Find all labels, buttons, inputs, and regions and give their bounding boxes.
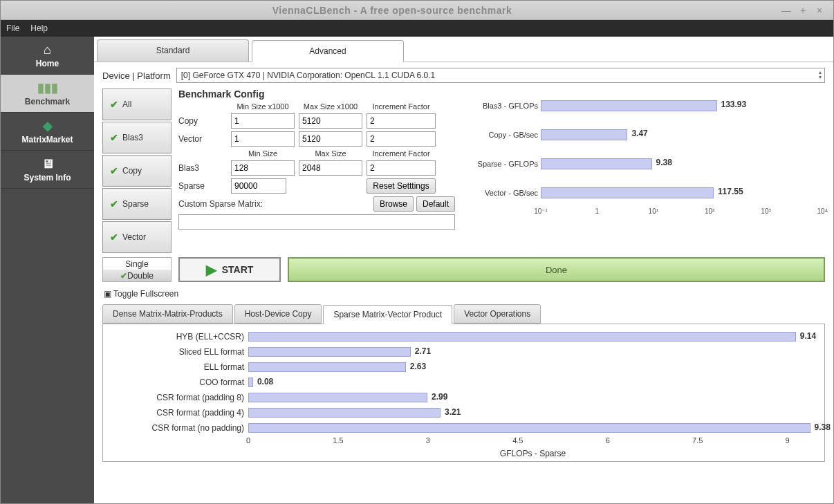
sidebar-label-matrixmarket: MatrixMarket [21,135,73,144]
minimize-button[interactable]: — [778,5,795,16]
precision-toggle: Single Double [102,257,172,282]
menubar: File Help [1,20,833,37]
default-button[interactable]: Default [416,196,455,212]
menu-help[interactable]: Help [30,24,48,33]
copy-max-input[interactable] [299,113,362,129]
sparse-bar-label: COO format [110,377,248,387]
device-select[interactable]: [0] GeForce GTX 470 | NVIDIA Corporation… [176,68,825,83]
sidebar-item-home[interactable]: ⌂ Home [1,37,94,75]
maximize-button[interactable]: + [795,5,811,16]
sidebar-item-matrixmarket[interactable]: ◆ MatrixMarket [1,113,94,151]
summary-bar-value: 3.47 [631,129,647,138]
summary-bar-value: 9.38 [656,158,672,167]
benchmark-icon: ▮▮▮ [37,80,58,95]
check-icon: ✔ [110,132,118,143]
sparse-bar-value: 3.21 [445,407,461,417]
summary-bar-label: Vector - GB/sec [465,189,541,197]
sparse-bar-label: Sliced ELL format [110,347,248,357]
device-label: Device | Platform [102,71,171,81]
rtab-sparsevec[interactable]: Sparse Matrix-Vector Product [323,305,452,324]
dropdown-arrows-icon: ▴▾ [819,70,822,80]
copy-inc-input[interactable] [367,113,436,129]
hdr2-inc: Increment Factor [367,149,436,158]
blas3-max-input[interactable] [299,160,362,176]
summary-bar [541,100,717,111]
sparse-bar [248,347,411,357]
check-icon: ✔ [110,198,118,209]
window-title: ViennaCLBench - A free open-source bench… [6,5,778,16]
result-tabs: Dense Matrix-Matrix-Products Host-Device… [102,304,825,324]
select-copy-button[interactable]: ✔Copy [102,155,172,187]
select-blas3-button[interactable]: ✔Blas3 [102,122,172,153]
vector-row-label: Vector [178,134,227,144]
select-vector-button[interactable]: ✔Vector [102,221,172,253]
reset-button[interactable]: Reset Setttings [367,178,436,194]
systeminfo-icon: 🖥 [41,157,54,171]
summary-bar-label: Sparse - GFLOPs [465,160,541,168]
hdr-inc: Increment Factor [367,102,436,111]
titlebar: ViennaCLBench - A free open-source bench… [1,1,833,20]
sparse-bar [248,423,810,433]
select-all-button[interactable]: ✔All [102,88,172,120]
rtab-hostcopy[interactable]: Host-Device Copy [234,304,322,324]
toggle-fullscreen[interactable]: ▣ Toggle Fullscreen [94,286,833,301]
sparse-bar [248,377,253,387]
vector-max-input[interactable] [299,131,362,147]
sparse-bar-value: 2.63 [410,362,426,371]
sidebar-item-benchmark[interactable]: ▮▮▮ Benchmark [1,75,94,113]
device-value: [0] GeForce GTX 470 | NVIDIA Corporation… [181,71,436,80]
blas3-inc-input[interactable] [367,160,436,176]
tab-standard[interactable]: Standard [97,39,249,62]
rtab-dense[interactable]: Dense Matrix-Matrix-Products [102,304,233,324]
sparse-bar-value: 0.08 [257,377,273,386]
sparse-axis-title: GFLOPs - Sparse [248,449,817,458]
sparse-bar [248,408,441,418]
sidebar-item-systeminfo[interactable]: 🖥 System Info [1,151,94,189]
close-button[interactable]: × [811,5,828,16]
summary-bar [541,129,627,140]
check-icon: ✔ [110,165,118,176]
sparse-bar-label: ELL format [110,362,248,372]
vector-inc-input[interactable] [367,131,436,147]
menu-file[interactable]: File [6,24,19,33]
sparse-bar [248,393,427,402]
sparse-bar-label: CSR format (padding 4) [110,408,248,418]
copy-min-input[interactable] [231,113,295,129]
precision-single[interactable]: Single [103,258,171,270]
blas3-row-label: Blas3 [178,163,227,173]
tab-advanced[interactable]: Advanced [252,40,404,62]
browse-button[interactable]: Browse [373,196,414,212]
sparse-bar-label: CSR format (no padding) [110,423,248,433]
matrixmarket-icon: ◆ [43,118,53,133]
summary-bar-value: 117.55 [718,187,743,196]
sparse-bar-value: 9.14 [800,331,816,341]
tabs-top: Standard Advanced [94,39,833,62]
sidebar-label-home: Home [36,59,59,68]
sparse-bar-label: CSR format (padding 8) [110,393,248,402]
sparse-bar-value: 2.71 [415,346,431,356]
sparse-chart: HYB (ELL+CCSR) 9.14Sliced ELL format 2.7… [102,324,825,462]
sparse-bar [248,332,796,342]
sparse-size-input[interactable] [231,178,286,194]
hdr-max: Max Size x1000 [299,102,362,111]
sparse-bar [248,362,406,372]
vector-min-input[interactable] [231,131,295,147]
hdr2-min: Min Size [231,149,295,158]
benchmark-selectors: ✔All ✔Blas3 ✔Copy ✔Sparse ✔Vector [102,88,172,253]
check-icon: ✔ [110,99,118,110]
blas3-min-input[interactable] [231,160,295,176]
summary-chart: Blas3 - GFLOPs 133.93Copy - GB/sec 3.47S… [462,88,825,253]
copy-row-label: Copy [178,116,227,126]
summary-bar-value: 133.93 [721,100,747,109]
precision-double[interactable]: Double [103,270,171,281]
rtab-vecops[interactable]: Vector Operations [454,304,541,324]
custom-sparse-input[interactable] [178,214,455,230]
summary-bar-label: Blas3 - GFLOPs [465,102,541,110]
sparse-bar-label: HYB (ELL+CCSR) [110,332,248,342]
home-icon: ⌂ [44,43,51,57]
summary-bar [541,187,714,198]
start-button[interactable]: ▶ START [178,257,281,282]
hdr-min: Min Size x1000 [231,102,295,111]
hdr2-max: Max Size [299,149,362,158]
select-sparse-button[interactable]: ✔Sparse [102,188,172,220]
